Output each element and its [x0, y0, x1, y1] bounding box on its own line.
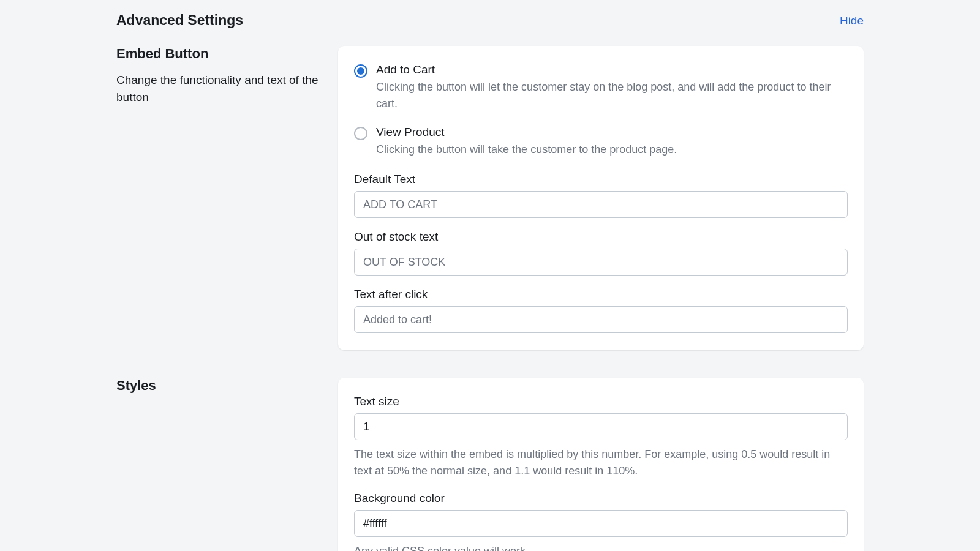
radio-view-product-label: View Product	[376, 126, 848, 139]
text-size-label: Text size	[354, 395, 848, 408]
default-text-label: Default Text	[354, 173, 848, 186]
styles-card: Text size The text size within the embed…	[338, 378, 864, 551]
radio-view-product-desc: Clicking the button will take the custom…	[376, 141, 848, 158]
text-size-input[interactable]	[354, 413, 848, 440]
embed-section-title: Embed Button	[116, 46, 318, 62]
embed-button-section: Embed Button Change the functionality an…	[116, 46, 864, 350]
section-divider	[116, 364, 864, 364]
bg-color-help: Any valid CSS color value will work	[354, 543, 848, 551]
bg-color-input[interactable]	[354, 510, 848, 537]
styles-section: Styles Text size The text size within th…	[116, 378, 864, 551]
out-of-stock-input[interactable]	[354, 249, 848, 276]
out-of-stock-label: Out of stock text	[354, 230, 848, 244]
embed-section-desc: Change the functionality and text of the…	[116, 72, 318, 105]
default-text-input[interactable]	[354, 191, 848, 218]
page-title: Advanced Settings	[116, 12, 243, 29]
after-click-label: Text after click	[354, 288, 848, 301]
radio-unselected-icon	[354, 127, 368, 140]
after-click-input[interactable]	[354, 306, 848, 333]
radio-view-product[interactable]: View Product Clicking the button will ta…	[354, 126, 848, 158]
bg-color-label: Background color	[354, 492, 848, 505]
embed-card: Add to Cart Clicking the button will let…	[338, 46, 864, 350]
radio-selected-icon	[354, 64, 368, 78]
hide-link[interactable]: Hide	[840, 14, 864, 28]
radio-add-to-cart-desc: Clicking the button will let the custome…	[376, 79, 848, 112]
radio-add-to-cart[interactable]: Add to Cart Clicking the button will let…	[354, 63, 848, 112]
text-size-help: The text size within the embed is multip…	[354, 446, 848, 479]
styles-section-title: Styles	[116, 378, 318, 394]
radio-add-to-cart-label: Add to Cart	[376, 63, 848, 77]
